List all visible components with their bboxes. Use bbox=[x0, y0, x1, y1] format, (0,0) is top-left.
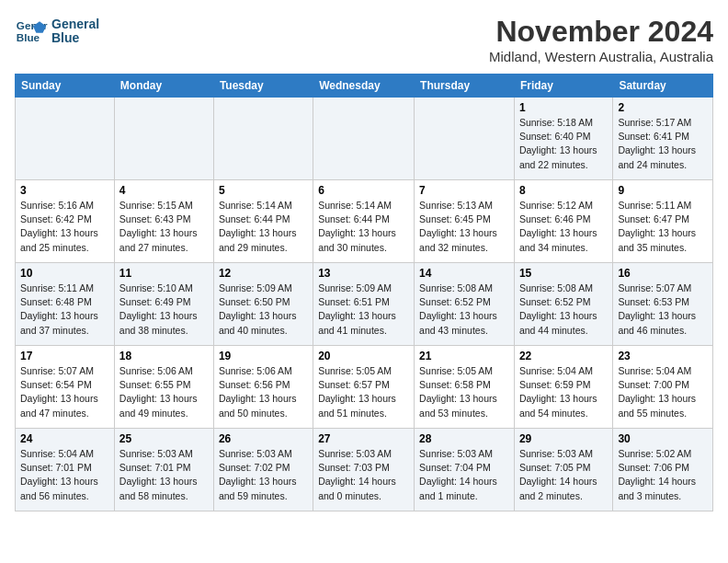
day-info: Sunrise: 5:08 AM Sunset: 6:52 PM Dayligh… bbox=[419, 282, 509, 338]
day-number: 11 bbox=[119, 267, 209, 280]
day-number: 24 bbox=[20, 432, 109, 445]
calendar-cell: 7Sunrise: 5:13 AM Sunset: 6:45 PM Daylig… bbox=[415, 180, 515, 263]
day-number: 30 bbox=[618, 432, 708, 445]
day-info: Sunrise: 5:07 AM Sunset: 6:53 PM Dayligh… bbox=[618, 282, 708, 338]
calendar-cell: 18Sunrise: 5:06 AM Sunset: 6:55 PM Dayli… bbox=[114, 346, 213, 429]
calendar-cell: 14Sunrise: 5:08 AM Sunset: 6:52 PM Dayli… bbox=[415, 263, 515, 346]
logo-text-general: General bbox=[51, 17, 99, 31]
day-info: Sunrise: 5:05 AM Sunset: 6:58 PM Dayligh… bbox=[419, 364, 509, 420]
calendar-cell: 4Sunrise: 5:15 AM Sunset: 6:43 PM Daylig… bbox=[114, 180, 213, 263]
day-number: 19 bbox=[219, 350, 308, 362]
day-number: 4 bbox=[119, 184, 209, 197]
location-subtitle: Midland, Western Australia, Australia bbox=[489, 49, 713, 64]
day-info: Sunrise: 5:11 AM Sunset: 6:47 PM Dayligh… bbox=[618, 199, 708, 255]
day-info: Sunrise: 5:09 AM Sunset: 6:50 PM Dayligh… bbox=[219, 282, 308, 338]
calendar-cell: 26Sunrise: 5:03 AM Sunset: 7:02 PM Dayli… bbox=[213, 429, 313, 511]
calendar-cell: 9Sunrise: 5:11 AM Sunset: 6:47 PM Daylig… bbox=[613, 180, 713, 263]
calendar-cell: 8Sunrise: 5:12 AM Sunset: 6:46 PM Daylig… bbox=[514, 180, 612, 263]
day-number: 16 bbox=[618, 267, 708, 280]
day-number: 1 bbox=[519, 101, 608, 114]
calendar-cell: 28Sunrise: 5:03 AM Sunset: 7:04 PM Dayli… bbox=[415, 429, 515, 511]
day-number: 28 bbox=[419, 432, 509, 445]
day-info: Sunrise: 5:03 AM Sunset: 7:02 PM Dayligh… bbox=[219, 447, 308, 503]
calendar-week-row: 17Sunrise: 5:07 AM Sunset: 6:54 PM Dayli… bbox=[16, 346, 713, 429]
calendar-table: SundayMondayTuesdayWednesdayThursdayFrid… bbox=[15, 74, 713, 511]
calendar-cell bbox=[213, 98, 313, 180]
day-info: Sunrise: 5:17 AM Sunset: 6:41 PM Dayligh… bbox=[618, 116, 708, 172]
day-number: 18 bbox=[119, 350, 209, 362]
header-tuesday: Tuesday bbox=[213, 75, 313, 98]
calendar-cell: 15Sunrise: 5:08 AM Sunset: 6:52 PM Dayli… bbox=[514, 263, 612, 346]
calendar-cell: 21Sunrise: 5:05 AM Sunset: 6:58 PM Dayli… bbox=[415, 346, 515, 429]
day-number: 14 bbox=[419, 267, 509, 280]
title-section: November 2024 Midland, Western Australia… bbox=[489, 15, 713, 64]
calendar-cell: 2Sunrise: 5:17 AM Sunset: 6:41 PM Daylig… bbox=[613, 98, 713, 180]
calendar-cell bbox=[114, 98, 213, 180]
day-number: 5 bbox=[219, 184, 308, 197]
day-number: 2 bbox=[618, 101, 708, 114]
day-info: Sunrise: 5:02 AM Sunset: 7:06 PM Dayligh… bbox=[618, 447, 708, 503]
day-number: 23 bbox=[618, 350, 708, 362]
day-info: Sunrise: 5:06 AM Sunset: 6:56 PM Dayligh… bbox=[219, 364, 308, 420]
day-number: 29 bbox=[519, 432, 608, 445]
calendar-cell: 13Sunrise: 5:09 AM Sunset: 6:51 PM Dayli… bbox=[313, 263, 415, 346]
day-info: Sunrise: 5:07 AM Sunset: 6:54 PM Dayligh… bbox=[20, 364, 109, 420]
day-info: Sunrise: 5:10 AM Sunset: 6:49 PM Dayligh… bbox=[119, 282, 209, 338]
day-number: 10 bbox=[20, 267, 109, 280]
logo-text-blue: Blue bbox=[51, 31, 99, 45]
logo: General Blue General Blue bbox=[15, 15, 99, 48]
day-info: Sunrise: 5:14 AM Sunset: 6:44 PM Dayligh… bbox=[219, 199, 308, 255]
day-info: Sunrise: 5:08 AM Sunset: 6:52 PM Dayligh… bbox=[519, 282, 608, 338]
day-number: 13 bbox=[318, 267, 409, 280]
day-number: 3 bbox=[20, 184, 109, 197]
day-info: Sunrise: 5:11 AM Sunset: 6:48 PM Dayligh… bbox=[20, 282, 109, 338]
day-number: 12 bbox=[219, 267, 308, 280]
header-thursday: Thursday bbox=[415, 75, 515, 98]
calendar-cell: 5Sunrise: 5:14 AM Sunset: 6:44 PM Daylig… bbox=[213, 180, 313, 263]
day-info: Sunrise: 5:03 AM Sunset: 7:03 PM Dayligh… bbox=[318, 447, 409, 503]
calendar-cell: 27Sunrise: 5:03 AM Sunset: 7:03 PM Dayli… bbox=[313, 429, 415, 511]
day-number: 15 bbox=[519, 267, 608, 280]
day-number: 26 bbox=[219, 432, 308, 445]
calendar-cell: 6Sunrise: 5:14 AM Sunset: 6:44 PM Daylig… bbox=[313, 180, 415, 263]
day-info: Sunrise: 5:04 AM Sunset: 6:59 PM Dayligh… bbox=[519, 364, 608, 420]
day-info: Sunrise: 5:04 AM Sunset: 7:01 PM Dayligh… bbox=[20, 447, 109, 503]
calendar-cell: 25Sunrise: 5:03 AM Sunset: 7:01 PM Dayli… bbox=[114, 429, 213, 511]
day-info: Sunrise: 5:14 AM Sunset: 6:44 PM Dayligh… bbox=[318, 199, 409, 255]
calendar-cell: 23Sunrise: 5:04 AM Sunset: 7:00 PM Dayli… bbox=[613, 346, 713, 429]
day-number: 21 bbox=[419, 350, 509, 362]
calendar-cell: 3Sunrise: 5:16 AM Sunset: 6:42 PM Daylig… bbox=[16, 180, 115, 263]
day-number: 17 bbox=[20, 350, 109, 362]
day-info: Sunrise: 5:05 AM Sunset: 6:57 PM Dayligh… bbox=[318, 364, 409, 420]
calendar-week-row: 24Sunrise: 5:04 AM Sunset: 7:01 PM Dayli… bbox=[16, 429, 713, 511]
calendar-cell bbox=[16, 98, 115, 180]
calendar-week-row: 3Sunrise: 5:16 AM Sunset: 6:42 PM Daylig… bbox=[16, 180, 713, 263]
day-info: Sunrise: 5:09 AM Sunset: 6:51 PM Dayligh… bbox=[318, 282, 409, 338]
logo-icon: General Blue bbox=[15, 15, 48, 48]
day-info: Sunrise: 5:03 AM Sunset: 7:04 PM Dayligh… bbox=[419, 447, 509, 503]
day-info: Sunrise: 5:15 AM Sunset: 6:43 PM Dayligh… bbox=[119, 199, 209, 255]
calendar-cell: 17Sunrise: 5:07 AM Sunset: 6:54 PM Dayli… bbox=[16, 346, 115, 429]
calendar-cell: 30Sunrise: 5:02 AM Sunset: 7:06 PM Dayli… bbox=[613, 429, 713, 511]
day-number: 27 bbox=[318, 432, 409, 445]
header-wednesday: Wednesday bbox=[313, 75, 415, 98]
day-info: Sunrise: 5:16 AM Sunset: 6:42 PM Dayligh… bbox=[20, 199, 109, 255]
calendar-cell: 19Sunrise: 5:06 AM Sunset: 6:56 PM Dayli… bbox=[213, 346, 313, 429]
calendar-cell: 24Sunrise: 5:04 AM Sunset: 7:01 PM Dayli… bbox=[16, 429, 115, 511]
calendar-cell: 10Sunrise: 5:11 AM Sunset: 6:48 PM Dayli… bbox=[16, 263, 115, 346]
header: General Blue General Blue November 2024 … bbox=[15, 15, 713, 64]
header-friday: Friday bbox=[514, 75, 612, 98]
month-year-title: November 2024 bbox=[489, 15, 713, 49]
day-info: Sunrise: 5:03 AM Sunset: 7:01 PM Dayligh… bbox=[119, 447, 209, 503]
calendar-cell: 11Sunrise: 5:10 AM Sunset: 6:49 PM Dayli… bbox=[114, 263, 213, 346]
day-info: Sunrise: 5:18 AM Sunset: 6:40 PM Dayligh… bbox=[519, 116, 608, 172]
day-info: Sunrise: 5:12 AM Sunset: 6:46 PM Dayligh… bbox=[519, 199, 608, 255]
header-saturday: Saturday bbox=[613, 75, 713, 98]
calendar-cell: 29Sunrise: 5:03 AM Sunset: 7:05 PM Dayli… bbox=[514, 429, 612, 511]
day-number: 8 bbox=[519, 184, 608, 197]
calendar-cell bbox=[415, 98, 515, 180]
day-number: 20 bbox=[318, 350, 409, 362]
day-number: 6 bbox=[318, 184, 409, 197]
day-info: Sunrise: 5:13 AM Sunset: 6:45 PM Dayligh… bbox=[419, 199, 509, 255]
day-info: Sunrise: 5:06 AM Sunset: 6:55 PM Dayligh… bbox=[119, 364, 209, 420]
